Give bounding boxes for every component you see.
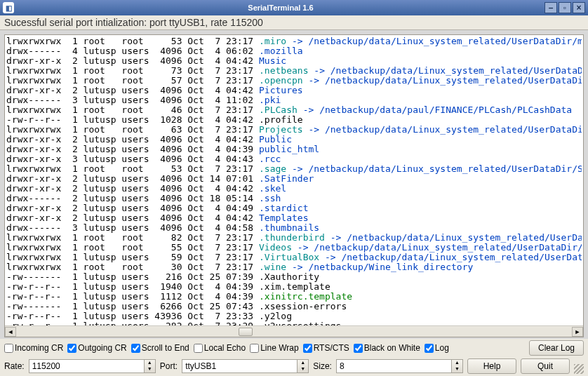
scroll-right-button[interactable]: ► [572,327,583,337]
toolbar: Incoming CR Outgoing CR Scroll to End Lo… [0,339,588,376]
output-line: drwx------ 2 lutusp users 4096 Oct 18 05… [6,194,582,203]
output-line: lrwxrwxrwx 1 lutusp users 59 Oct 7 23:17… [6,253,582,262]
output-line: -rw------- 1 lutusp users 6266 Oct 25 07… [6,302,582,311]
output-line: -rw-r--r-- 1 lutusp users 1112 Oct 4 04:… [6,292,582,302]
terminal-frame: lrwxrwxrwx 1 root root 53 Oct 7 23:17 .m… [4,34,584,337]
output-line: drwxr-xr-x 2 lutusp users 4096 Oct 4 04:… [6,145,582,154]
output-line: drwxr-xr-x 2 lutusp users 4096 Oct 14 07… [6,174,582,184]
rate-spinbox[interactable]: ▲▼ [29,359,156,373]
maximize-button[interactable]: ▫ [559,2,571,13]
output-line: drwx------ 3 lutusp users 4096 Oct 4 04:… [6,223,582,233]
quit-button[interactable]: Quit [521,358,570,374]
output-line: lrwxrwxrwx 1 root root 63 Oct 7 23:17 Pr… [6,125,582,135]
output-line: lrwxrwxrwx 1 root root 53 Oct 7 23:17 .m… [6,36,582,46]
rate-label: Rate: [4,361,25,371]
output-line: drwxr-xr-x 2 lutusp users 4096 Oct 4 04:… [6,184,582,194]
app-icon: ◧ [3,2,14,13]
size-spin-buttons[interactable]: ▲▼ [452,359,463,373]
close-button[interactable]: × [573,2,585,13]
output-line: lrwxrwxrwx 1 root root 55 Oct 7 23:17 Vi… [6,243,582,253]
scroll-thumb[interactable] [239,328,253,336]
black-white-checkbox[interactable]: Black on White [354,343,420,353]
output-line: -rw-r--r-- 1 lutusp users 1940 Oct 4 04:… [6,282,582,292]
output-line: drwxr-xr-x 3 lutusp users 4096 Oct 4 04:… [6,154,582,164]
output-line: lrwxrwxrwx 1 root root 82 Oct 7 23:17 .t… [6,233,582,243]
size-spinbox[interactable]: ▲▼ [336,359,463,373]
output-line: drwx------ 3 lutusp users 4096 Oct 4 11:… [6,95,582,105]
output-line: drwxr-xr-x 2 lutusp users 4096 Oct 4 04:… [6,203,582,213]
horizontal-scrollbar[interactable]: ◄ ► [5,325,583,337]
size-input[interactable] [336,359,452,373]
output-line: lrwxrwxrwx 1 root root 57 Oct 7 23:17 .o… [6,76,582,86]
rate-spin-buttons[interactable]: ▲▼ [145,359,156,373]
output-line: drwx------ 4 lutusp users 4096 Oct 4 06:… [6,46,582,56]
scroll-track[interactable] [16,327,572,337]
minimize-button[interactable]: – [544,2,557,13]
output-line: lrwxrwxrwx 1 root root 30 Oct 7 23:17 .w… [6,262,582,272]
titlebar: ◧ SerialTerminal 1.6 – ▫ × [0,0,588,15]
status-bar: Sucessful serial port intialization: por… [0,15,588,30]
port-spinbox[interactable]: ▲▼ [182,359,309,373]
output-line: -rw-r--r-- 1 lutusp users 43936 Oct 7 23… [6,311,582,321]
port-input[interactable] [182,359,298,373]
port-label: Port: [160,361,178,371]
local-echo-checkbox[interactable]: Local Echo [194,343,246,353]
rts-cts-checkbox[interactable]: RTS/CTS [303,343,349,353]
incoming-cr-checkbox[interactable]: Incoming CR [4,343,63,353]
output-line: drwxr-xr-x 2 lutusp users 4096 Oct 4 04:… [6,135,582,145]
log-checkbox[interactable]: Log [425,343,449,353]
size-label: Size: [313,361,332,371]
output-line: -rw------- 1 lutusp users 216 Oct 25 07:… [6,272,582,282]
port-spin-buttons[interactable]: ▲▼ [298,359,309,373]
output-line: drwxr-xr-x 2 lutusp users 4096 Oct 4 04:… [6,86,582,95]
line-wrap-checkbox[interactable]: Line Wrap [250,343,298,353]
help-button[interactable]: Help [467,358,516,374]
window-title: SerialTerminal 1.6 [18,4,543,12]
output-line: lrwxrwxrwx 1 root root 53 Oct 7 23:17 .s… [6,164,582,174]
scroll-end-checkbox[interactable]: Scroll to End [131,343,189,353]
terminal-output[interactable]: lrwxrwxrwx 1 root root 53 Oct 7 23:17 .m… [5,35,583,325]
outgoing-cr-checkbox[interactable]: Outgoing CR [67,343,126,353]
rate-input[interactable] [29,359,145,373]
output-line: lrwxrwxrwx 1 root root 46 Oct 7 23:17 .P… [6,105,582,115]
output-line: drwxr-xr-x 2 lutusp users 4096 Oct 4 04:… [6,56,582,66]
output-line: drwxr-xr-x 2 lutusp users 4096 Oct 4 04:… [6,213,582,223]
scroll-left-button[interactable]: ◄ [5,327,16,337]
resize-grip[interactable] [574,364,584,374]
output-line: lrwxrwxrwx 1 root root 73 Oct 7 23:17 .n… [6,66,582,76]
clear-log-button[interactable]: Clear Log [529,340,584,356]
output-line: -rw-r--r-- 1 lutusp users 1028 Oct 4 04:… [6,115,582,125]
